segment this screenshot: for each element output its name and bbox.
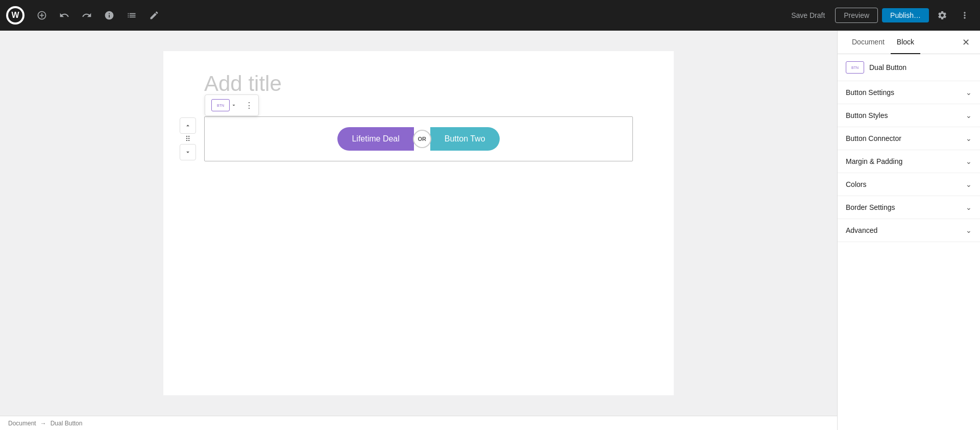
publish-button[interactable]: Publish…	[882, 8, 929, 22]
sidebar-sections: Button Settings ⌄ Button Styles ⌄ Button…	[838, 81, 980, 430]
undo-icon	[59, 10, 69, 20]
add-block-button[interactable]	[33, 6, 51, 25]
toolbar-right: Save Draft Preview Publish…	[785, 6, 974, 25]
dropdown-icon	[231, 102, 237, 108]
status-bar: Document → Dual Button	[0, 416, 837, 430]
section-title-colors: Colors	[846, 180, 866, 188]
connector-badge: OR	[413, 130, 431, 148]
section-header-button-styles[interactable]: Button Styles ⌄	[838, 104, 980, 127]
dual-button: Lifetime Deal OR Button Two	[215, 127, 622, 151]
section-advanced: Advanced ⌄	[838, 219, 980, 242]
breadcrumb-current[interactable]: Dual Button	[51, 420, 83, 427]
chevron-icon-button-styles: ⌄	[966, 111, 972, 120]
section-title-button-styles: Button Styles	[846, 111, 888, 120]
section-button-settings: Button Settings ⌄	[838, 81, 980, 104]
sidebar-tabs: Document Block ✕	[838, 31, 980, 54]
section-button-connector: Button Connector ⌄	[838, 127, 980, 150]
more-vertical-icon	[960, 10, 970, 20]
editor-content: Add title ⠿	[163, 51, 674, 395]
tab-block[interactable]: Block	[891, 31, 920, 54]
section-header-button-settings[interactable]: Button Settings ⌄	[838, 81, 980, 104]
chevron-icon-border-settings: ⌄	[966, 203, 972, 211]
block-wrapper: ⠿ BTN ⋮	[204, 116, 633, 161]
section-header-button-connector[interactable]: Button Connector ⌄	[838, 127, 980, 150]
editor-canvas: Add title ⠿	[0, 31, 837, 416]
block-type-button[interactable]: BTN	[207, 97, 241, 113]
drag-handle[interactable]: ⠿	[185, 135, 191, 143]
post-title[interactable]: Add title	[204, 71, 633, 96]
info-icon	[104, 10, 114, 20]
section-header-advanced[interactable]: Advanced ⌄	[838, 219, 980, 242]
block-more-options-button[interactable]: ⋮	[242, 99, 256, 112]
preview-button[interactable]: Preview	[835, 8, 878, 23]
section-header-margin-padding[interactable]: Margin & Padding ⌄	[838, 150, 980, 173]
save-draft-button[interactable]: Save Draft	[785, 8, 831, 22]
chevron-icon-button-settings: ⌄	[966, 88, 972, 97]
right-sidebar: Document Block ✕ BTN Dual Button Button …	[837, 31, 980, 430]
editor-area: Add title ⠿	[0, 31, 837, 430]
section-title-button-settings: Button Settings	[846, 88, 894, 97]
info-button[interactable]	[100, 6, 118, 25]
sidebar-block-icon: BTN	[846, 61, 864, 74]
redo-icon	[82, 10, 92, 20]
move-down-button[interactable]	[180, 144, 196, 160]
section-button-styles: Button Styles ⌄	[838, 104, 980, 127]
breadcrumb-root[interactable]: Document	[8, 420, 36, 427]
section-title-margin-padding: Margin & Padding	[846, 157, 902, 165]
sidebar-block-name: Dual Button	[869, 63, 906, 71]
section-colors: Colors ⌄	[838, 173, 980, 196]
move-up-button[interactable]	[180, 117, 196, 134]
section-header-colors[interactable]: Colors ⌄	[838, 173, 980, 196]
section-header-border-settings[interactable]: Border Settings ⌄	[838, 196, 980, 219]
block-side-controls: ⠿	[180, 117, 196, 160]
left-button[interactable]: Lifetime Deal	[337, 127, 413, 151]
plus-icon	[37, 10, 47, 20]
redo-button[interactable]	[78, 6, 96, 25]
wordpress-logo[interactable]: W	[6, 6, 24, 25]
dual-button-icon: BTN	[211, 99, 230, 111]
tools-button[interactable]	[145, 6, 163, 25]
settings-button[interactable]	[933, 6, 951, 25]
chevron-icon-colors: ⌄	[966, 180, 972, 188]
chevron-icon-button-connector: ⌄	[966, 134, 972, 142]
section-border-settings: Border Settings ⌄	[838, 196, 980, 219]
tab-document[interactable]: Document	[846, 31, 891, 54]
section-title-button-connector: Button Connector	[846, 134, 901, 142]
gear-icon	[937, 10, 947, 20]
chevron-icon-advanced: ⌄	[966, 226, 972, 234]
pencil-icon	[149, 10, 159, 20]
section-title-advanced: Advanced	[846, 226, 877, 234]
list-view-button[interactable]	[122, 6, 141, 25]
section-title-border-settings: Border Settings	[846, 203, 895, 211]
dual-button-block: BTN ⋮ Lifetime Deal OR Button Two	[204, 116, 633, 161]
chevron-up-icon	[184, 122, 191, 129]
more-options-button[interactable]	[955, 6, 974, 25]
undo-button[interactable]	[55, 6, 74, 25]
right-button[interactable]: Button Two	[430, 127, 500, 151]
main-area: Add title ⠿	[0, 31, 980, 430]
chevron-down-icon	[184, 149, 191, 156]
block-info: BTN Dual Button	[838, 54, 980, 81]
close-sidebar-button[interactable]: ✕	[960, 35, 972, 50]
section-margin-padding: Margin & Padding ⌄	[838, 150, 980, 173]
chevron-icon-margin-padding: ⌄	[966, 157, 972, 165]
breadcrumb-separator: →	[40, 420, 46, 427]
main-toolbar: W Save Draft Preview Publish…	[0, 0, 980, 31]
list-icon	[127, 10, 137, 20]
block-toolbar: BTN ⋮	[205, 94, 259, 116]
